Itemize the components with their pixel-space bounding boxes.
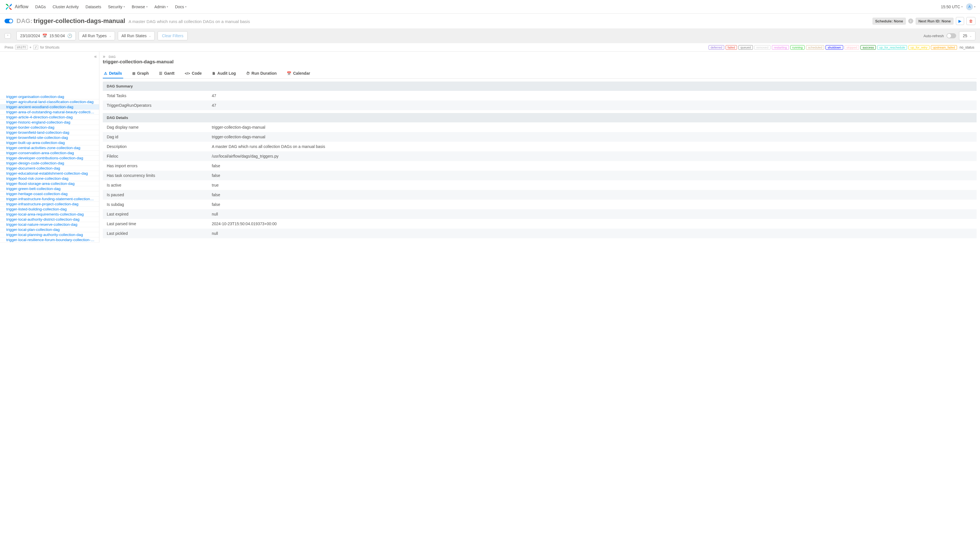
task-item[interactable]: trigger-heritage-coast-collection-dag	[0, 192, 99, 197]
row-key: Total Tasks	[103, 91, 208, 100]
legend-success[interactable]: success	[860, 45, 876, 50]
page-size-select[interactable]: 25 ⌄	[959, 31, 975, 40]
tab-graph[interactable]: ⊞Graph	[131, 69, 150, 78]
clear-filters-button[interactable]: Clear Filters	[158, 31, 187, 40]
logo[interactable]: Airflow	[5, 3, 28, 11]
task-item[interactable]: trigger-educational-establishment-collec…	[0, 171, 99, 176]
sidebar: « trigger-organisation-collection-dagtri…	[0, 52, 99, 243]
auto-refresh-label: Auto-refresh	[923, 34, 944, 38]
legend-upstream_failed[interactable]: upstream_failed	[931, 45, 957, 50]
expand-content-button[interactable]: »	[103, 54, 105, 59]
schedule-badge[interactable]: Schedule: None	[872, 18, 906, 25]
task-item[interactable]: trigger-border-collection-dag	[0, 125, 99, 130]
date-time-filter[interactable]: 23/10/2024 📅 15:50:04 🕐	[17, 31, 76, 40]
delete-dag-button[interactable]: 🗑	[967, 17, 975, 25]
legend-no-status[interactable]: no_status	[958, 45, 975, 50]
content-header: » DAG	[103, 54, 977, 59]
legend-failed[interactable]: failed	[725, 45, 737, 50]
tab-run-duration[interactable]: ⏱Run Duration	[245, 69, 278, 78]
task-item[interactable]: trigger-flood-storage-area-collection-da…	[0, 181, 99, 186]
task-item[interactable]: trigger-document-collection-dag	[0, 166, 99, 171]
tab-audit-log[interactable]: 🗎Audit Log	[211, 69, 237, 78]
kbd-shift: shift	[15, 45, 28, 50]
task-item[interactable]: trigger-brownfield-land-collection-dag	[0, 130, 99, 135]
nav-item-browse[interactable]: Browse▾	[132, 5, 148, 9]
task-item[interactable]: trigger-built-up-area-collection-dag	[0, 140, 99, 145]
row-key: Dag display name	[103, 122, 208, 132]
legend-up_for_reschedule[interactable]: up_for_reschedule	[877, 45, 907, 50]
trash-icon: 🗑	[969, 19, 973, 23]
nav-item-security[interactable]: Security▾	[108, 5, 125, 9]
trigger-dag-button[interactable]: ▶	[956, 17, 964, 25]
task-item[interactable]: trigger-green-belt-collection-dag	[0, 186, 99, 192]
tab-code[interactable]: </>Code	[184, 69, 203, 78]
row-value: 2024-10-23T15:50:04.019373+00:00	[208, 219, 977, 228]
tab-details[interactable]: ⚠Details	[103, 69, 123, 78]
task-item[interactable]: trigger-conservation-area-collection-dag	[0, 150, 99, 156]
task-item[interactable]: trigger-infrastructure-project-collectio…	[0, 202, 99, 207]
row-value: trigger-collection-dags-manual	[208, 132, 977, 142]
task-item[interactable]: trigger-local-area-requirements-collecti…	[0, 212, 99, 217]
task-item[interactable]: trigger-design-code-collection-dag	[0, 161, 99, 166]
collapse-filters-button[interactable]: ⌃	[5, 33, 11, 38]
shortcut-for: for Shortcuts	[40, 45, 59, 49]
dag-paused-toggle[interactable]	[5, 19, 13, 23]
nav-item-docs[interactable]: Docs▾	[175, 5, 186, 9]
task-item[interactable]: trigger-infrastructure-funding-statement…	[0, 197, 99, 202]
nav-item-datasets[interactable]: Datasets	[85, 5, 101, 9]
row-value: trigger-collection-dags-manual	[208, 122, 977, 132]
task-item[interactable]: trigger-local-nature-reserve-collection-…	[0, 222, 99, 227]
legend-removed[interactable]: removed	[754, 45, 770, 50]
table-row: Total Tasks47	[103, 91, 977, 100]
tab-gantt[interactable]: ☰Gantt	[158, 69, 176, 78]
task-item[interactable]: trigger-local-authority-district-collect…	[0, 217, 99, 222]
table-row: Fileloc/usr/local/airflow/dags/dag_trigg…	[103, 152, 977, 161]
auto-refresh-toggle[interactable]	[947, 33, 956, 38]
tab-calendar[interactable]: 📅Calendar	[286, 69, 311, 78]
info-icon[interactable]: i	[908, 18, 913, 23]
legend-queued[interactable]: queued	[739, 45, 753, 50]
legend-deferred[interactable]: deferred	[709, 45, 724, 50]
table-row: Is subdagfalse	[103, 200, 977, 209]
task-item[interactable]: trigger-flood-risk-zone-collection-dag	[0, 176, 99, 181]
nav-item-cluster-activity[interactable]: Cluster Activity	[53, 5, 79, 9]
table-row: Is pausedfalse	[103, 190, 977, 200]
task-item[interactable]: trigger-brownfield-site-collection-dag	[0, 135, 99, 140]
legend-skipped[interactable]: skipped	[845, 45, 859, 50]
next-run-badge[interactable]: Next Run ID: None	[915, 18, 953, 25]
task-item[interactable]: trigger-local-plan-collection-dag	[0, 227, 99, 232]
table-row: Has task concurrency limitsfalse	[103, 171, 977, 180]
row-key: Fileloc	[103, 152, 208, 161]
task-item[interactable]: trigger-agricultural-land-classification…	[0, 99, 99, 105]
legend-shutdown[interactable]: shutdown	[825, 45, 843, 50]
legend-running[interactable]: running	[790, 45, 805, 50]
task-item[interactable]: trigger-historic-england-collection-dag	[0, 120, 99, 125]
play-icon: ▶	[958, 19, 962, 23]
task-item[interactable]: trigger-listed-building-collection-dag	[0, 207, 99, 212]
legend-scheduled[interactable]: scheduled	[806, 45, 824, 50]
task-item[interactable]: trigger-central-activities-zone-collecti…	[0, 145, 99, 150]
table-row: Last expirednull	[103, 209, 977, 219]
task-item[interactable]: trigger-local-resilience-forum-boundary-…	[0, 237, 99, 243]
run-states-select[interactable]: All Run States ⌄	[118, 31, 155, 40]
task-item[interactable]: trigger-ancient-woodland-collection-dag	[0, 105, 99, 110]
task-item[interactable]: trigger-area-of-outstanding-natural-beau…	[0, 110, 99, 115]
nav-item-admin[interactable]: Admin▾	[155, 5, 168, 9]
legend-restarting[interactable]: restarting	[772, 45, 789, 50]
nav-right: 15:50 UTC ▾ A ▾	[941, 3, 975, 10]
task-item[interactable]: trigger-local-planning-authority-collect…	[0, 232, 99, 237]
task-item[interactable]: trigger-organisation-collection-dag	[0, 94, 99, 99]
run-types-select[interactable]: All Run Types ⌄	[79, 31, 115, 40]
user-menu[interactable]: A ▾	[966, 3, 975, 10]
task-item[interactable]: trigger-article-4-direction-collection-d…	[0, 115, 99, 120]
nav-item-dags[interactable]: DAGs	[35, 5, 46, 9]
legend-up_for_retry[interactable]: up_for_retry	[908, 45, 929, 50]
utc-time[interactable]: 15:50 UTC ▾	[941, 5, 963, 9]
row-key: Is active	[103, 180, 208, 190]
gantt-icon: ☰	[159, 71, 162, 75]
table-row: Last picklednull	[103, 228, 977, 238]
chevron-down-icon: ▾	[974, 5, 975, 8]
tab-label: Graph	[137, 71, 149, 75]
collapse-sidebar-button[interactable]: «	[94, 54, 97, 59]
task-item[interactable]: trigger-developer-contributions-collecti…	[0, 156, 99, 161]
